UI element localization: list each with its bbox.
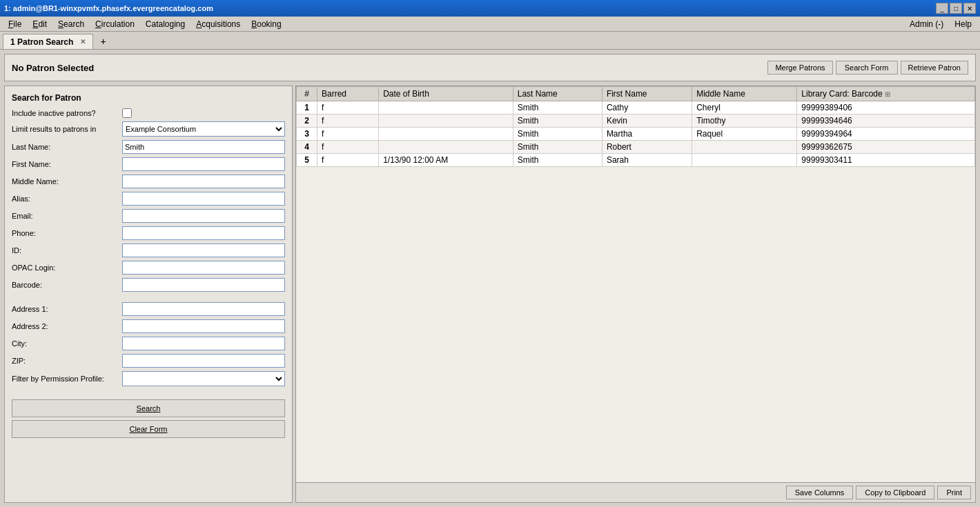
include-inactive-label: Include inactive patrons? (12, 109, 122, 117)
city-input[interactable] (122, 337, 285, 350)
top-panel-buttons: Merge Patrons Search Form Retrieve Patro… (767, 61, 968, 74)
split-area: Search for Patron Include inactive patro… (4, 86, 976, 503)
cell-middle-name: Raquel (692, 128, 797, 141)
merge-patrons-button[interactable]: Merge Patrons (767, 61, 832, 74)
cell-first-name: Martha (602, 128, 692, 141)
cell-last-name: Smith (513, 154, 602, 167)
results-table: # Barred Date of Birth Last Name First N… (296, 86, 975, 167)
table-row[interactable]: 3 f Smith Martha Raquel 99999394964 (297, 128, 975, 141)
limit-results-select[interactable]: Example Consortium (122, 121, 285, 137)
address1-input[interactable] (122, 302, 285, 316)
id-label: ID: (12, 246, 122, 255)
middle-name-row: Middle Name: (12, 175, 285, 188)
main-content: No Patron Selected Merge Patrons Search … (0, 50, 980, 507)
resize-col-icon[interactable]: ⊞ (885, 90, 890, 98)
middle-name-input[interactable] (122, 175, 285, 188)
table-row[interactable]: 1 f Smith Cathy Cheryl 99999389406 (297, 101, 975, 115)
title-bar: 1: admin@BR1-winxpvmfx.phasefx.evergreen… (0, 0, 980, 17)
add-tab-button[interactable]: + (95, 34, 111, 49)
patron-status-label: No Patron Selected (12, 63, 94, 73)
admin-area: Admin (-) Help (910, 19, 977, 29)
cell-num: 3 (297, 128, 317, 141)
permission-profile-label: Filter by Permission Profile: (12, 375, 122, 383)
include-inactive-checkbox[interactable] (122, 108, 132, 118)
last-name-input[interactable] (122, 140, 285, 154)
search-button[interactable]: Search (12, 399, 285, 417)
first-name-input[interactable] (122, 157, 285, 171)
zip-label: ZIP: (12, 357, 122, 365)
search-panel-title: Search for Patron (12, 93, 285, 103)
cell-num: 1 (297, 101, 317, 115)
cell-barred: f (317, 154, 379, 167)
clear-form-button[interactable]: Clear Form (12, 420, 285, 438)
phone-input[interactable] (122, 226, 285, 240)
col-header-num: # (297, 87, 317, 101)
tab-close-icon[interactable]: ✕ (80, 38, 86, 46)
retrieve-patron-button[interactable]: Retrieve Patron (901, 61, 968, 74)
cell-middle-name: Timothy (692, 115, 797, 128)
print-button[interactable]: Print (937, 486, 971, 499)
cell-last-name: Smith (513, 115, 602, 128)
id-row: ID: (12, 243, 285, 257)
minimize-button[interactable]: _ (936, 3, 948, 14)
menu-edit[interactable]: Edit (27, 18, 52, 30)
cell-dob: 1/13/90 12:00 AM (379, 154, 513, 167)
cell-first-name: Sarah (602, 154, 692, 167)
zip-input[interactable] (122, 354, 285, 368)
limit-results-row: Limit results to patrons in Example Cons… (12, 121, 285, 137)
tab-bar: 1 Patron Search ✕ + (0, 32, 980, 50)
cell-first-name: Kevin (602, 115, 692, 128)
copy-to-clipboard-button[interactable]: Copy to Clipboard (856, 486, 934, 499)
table-row[interactable]: 2 f Smith Kevin Timothy 99999394646 (297, 115, 975, 128)
menu-search[interactable]: Search (52, 18, 90, 30)
email-input[interactable] (122, 209, 285, 223)
cell-barcode: 99999303411 (797, 154, 975, 167)
results-tbody: 1 f Smith Cathy Cheryl 99999389406 2 f S… (297, 101, 975, 167)
results-table-container: # Barred Date of Birth Last Name First N… (296, 86, 975, 482)
email-label: Email: (12, 212, 122, 220)
cell-dob (379, 141, 513, 154)
table-row[interactable]: 4 f Smith Robert 99999362675 (297, 141, 975, 154)
maximize-button[interactable]: □ (950, 3, 962, 14)
save-columns-button[interactable]: Save Columns (786, 486, 854, 499)
zip-row: ZIP: (12, 354, 285, 368)
cell-barred: f (317, 128, 379, 141)
opac-login-input[interactable] (122, 261, 285, 275)
first-name-label: First Name: (12, 160, 122, 168)
search-panel: Search for Patron Include inactive patro… (4, 86, 293, 503)
close-button[interactable]: ✕ (963, 3, 976, 14)
tab-patron-search[interactable]: 1 Patron Search ✕ (3, 34, 93, 49)
menu-circulation[interactable]: Circulation (90, 18, 140, 30)
cell-barred: f (317, 141, 379, 154)
include-inactive-row: Include inactive patrons? (12, 108, 285, 118)
cell-dob (379, 101, 513, 115)
city-row: City: (12, 337, 285, 350)
menu-booking[interactable]: Booking (246, 18, 286, 30)
address2-input[interactable] (122, 319, 285, 333)
cell-last-name: Smith (513, 128, 602, 141)
permission-profile-select[interactable] (122, 371, 285, 386)
cell-middle-name: Cheryl (692, 101, 797, 115)
cell-dob (379, 128, 513, 141)
cell-last-name: Smith (513, 101, 602, 115)
id-input[interactable] (122, 243, 285, 257)
menu-file[interactable]: File (3, 18, 27, 30)
barcode-input[interactable] (122, 278, 285, 292)
search-form-button[interactable]: Search Form (836, 61, 898, 74)
menu-acquisitions[interactable]: Acquisitions (190, 18, 246, 30)
cell-middle-name (692, 154, 797, 167)
cell-last-name: Smith (513, 141, 602, 154)
cell-middle-name (692, 141, 797, 154)
opac-login-row: OPAC Login: (12, 261, 285, 275)
col-header-last-name: Last Name (513, 87, 602, 101)
admin-link[interactable]: Admin (-) (910, 19, 943, 29)
table-row[interactable]: 5 f 1/13/90 12:00 AM Smith Sarah 9999930… (297, 154, 975, 167)
menu-cataloging[interactable]: Cataloging (140, 18, 190, 30)
alias-input[interactable] (122, 192, 285, 206)
cell-num: 2 (297, 115, 317, 128)
col-header-middle-name: Middle Name (692, 87, 797, 101)
alias-label: Alias: (12, 195, 122, 203)
help-link[interactable]: Help (954, 19, 972, 29)
cell-dob (379, 115, 513, 128)
cell-num: 5 (297, 154, 317, 167)
